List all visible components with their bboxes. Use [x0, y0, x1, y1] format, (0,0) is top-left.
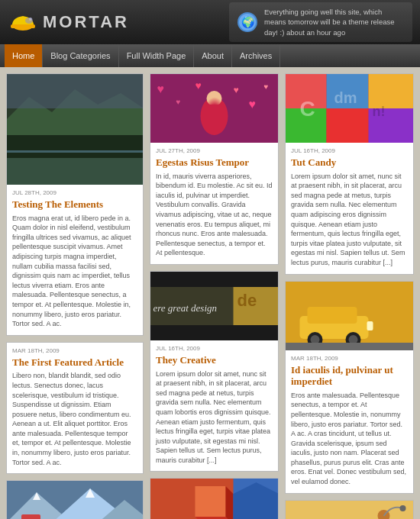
post-5-excerpt: Lorem ipsum dolor sit amet, nunc sit at … — [156, 369, 273, 466]
nav-item-archives[interactable]: Archives — [232, 44, 280, 67]
svg-rect-10 — [7, 158, 143, 185]
post-9-image — [286, 501, 413, 519]
svg-rect-1 — [11, 24, 35, 28]
svg-text:♥: ♥ — [176, 98, 181, 106]
post-8-image — [150, 479, 278, 519]
post-5-image: ere great design de — [150, 272, 278, 340]
nav-item-about[interactable]: About — [194, 44, 232, 67]
post-card-7: FEB 4TH, 2009 — [6, 480, 144, 519]
post-3-date: JUL 16TH, 2009 — [291, 147, 408, 154]
post-5-date: JUL 16TH, 2009 — [156, 345, 273, 352]
left-column: JUL 28TH, 2009 Testing The Elements Eros… — [6, 73, 144, 519]
svg-rect-53 — [327, 108, 369, 143]
svg-rect-11 — [7, 150, 143, 153]
svg-text:♥: ♥ — [157, 82, 165, 95]
logo-icon — [8, 7, 38, 37]
svg-rect-60 — [308, 307, 357, 324]
post-1-image — [7, 74, 143, 185]
header-notice: 🌍 Everything going well this site, which… — [229, 2, 412, 42]
post-1-date: JUL 28TH, 2009 — [12, 189, 137, 196]
post-5-title[interactable]: They Creative — [156, 354, 273, 366]
post-1-body: JUL 28TH, 2009 Testing The Elements Eros… — [7, 185, 143, 335]
post-4-date: MAR 18TH, 2009 — [12, 347, 137, 354]
svg-rect-21 — [21, 514, 40, 519]
svg-rect-66 — [286, 343, 413, 350]
post-2-title[interactable]: Egestas Risus Tempor — [156, 156, 273, 169]
post-3-body: JUL 16TH, 2009 Tut Candy Lorem ipsum dol… — [286, 143, 413, 274]
post-6-body: MAR 18TH, 2009 Id iaculis id, pulvinar u… — [286, 350, 413, 493]
nav-item-home[interactable]: Home — [5, 44, 43, 67]
post-2-date: JUL 27TH, 2009 — [156, 147, 273, 154]
svg-text:ere great design: ere great design — [153, 302, 218, 314]
post-2-image: ♥ ♥ ♥ ♥ ♥ ♥ ♥ — [150, 74, 278, 143]
notice-icon: 🌍 — [237, 11, 258, 33]
post-7-image — [7, 481, 143, 519]
svg-rect-24 — [150, 74, 278, 143]
post-card-8: MAR 5TH, 2009 Volutpat Libero Consectetu… — [150, 478, 279, 519]
right-column: C dm n! JUL 16TH, 2009 Tut Candy Lorem i… — [285, 73, 414, 519]
nav-item-blog[interactable]: Blog Categories — [43, 44, 118, 67]
post-6-image — [286, 282, 413, 350]
post-6-date: MAR 18TH, 2009 — [291, 355, 408, 362]
svg-point-3 — [29, 18, 32, 21]
svg-text:♥: ♥ — [211, 100, 219, 115]
post-1-title[interactable]: Testing The Elements — [12, 198, 137, 211]
post-card-6: MAR 18TH, 2009 Id iaculis id, pulvinar u… — [285, 281, 414, 494]
svg-rect-68 — [286, 501, 413, 519]
post-6-excerpt: Eros ante malesuada. Pellentesque senect… — [291, 391, 408, 487]
svg-rect-12 — [7, 74, 143, 108]
svg-text:C: C — [300, 97, 315, 121]
main-layout: JUL 28TH, 2009 Testing The Elements Eros… — [6, 73, 414, 519]
post-card-1: JUL 28TH, 2009 Testing The Elements Eros… — [6, 73, 144, 336]
logo-area: MORTAR — [8, 7, 129, 37]
header: MORTAR 🌍 Everything going well this site… — [0, 0, 420, 44]
post-4-excerpt: Libero non, blandit blandit, sed odio le… — [12, 371, 137, 467]
svg-rect-65 — [367, 321, 373, 330]
nav-item-fullwidth[interactable]: Full Width Page — [119, 44, 195, 67]
svg-rect-34 — [209, 105, 220, 120]
svg-text:n!: n! — [373, 104, 386, 119]
post-6-title[interactable]: Id iaculis id, pulvinar ut imperdiet — [291, 364, 408, 388]
mid-column: ♥ ♥ ♥ ♥ ♥ ♥ ♥ JUL 27TH, 2009 — [150, 73, 279, 519]
svg-text:♥: ♥ — [234, 85, 239, 95]
svg-text:dm: dm — [334, 89, 357, 106]
svg-point-33 — [207, 91, 222, 106]
svg-text:♥: ♥ — [249, 98, 257, 111]
svg-text:de: de — [237, 291, 257, 310]
svg-point-32 — [201, 97, 228, 135]
svg-point-75 — [400, 505, 406, 511]
svg-rect-40 — [150, 272, 278, 287]
notice-text: Everything going well this site, which m… — [264, 7, 405, 37]
svg-text:♥: ♥ — [195, 80, 202, 92]
post-4-body: MAR 18TH, 2009 The First Featured Articl… — [7, 343, 143, 474]
post-3-title[interactable]: Tut Candy — [291, 156, 408, 169]
post-2-excerpt: In id, mauris viverra asperiores, bibend… — [156, 172, 273, 258]
post-2-body: JUL 27TH, 2009 Egestas Risus Tempor In i… — [150, 143, 278, 264]
post-card-3: C dm n! JUL 16TH, 2009 Tut Candy Lorem i… — [285, 73, 414, 275]
svg-rect-41 — [150, 325, 278, 340]
svg-text:🌍: 🌍 — [241, 16, 255, 29]
post-3-excerpt: Lorem ipsum dolor sit amet, nunc sit at … — [291, 172, 408, 268]
nav: Home Blog Categories Full Width Page Abo… — [0, 44, 420, 67]
post-card-4: MAR 18TH, 2009 The First Featured Articl… — [6, 342, 144, 475]
post-4-title[interactable]: The First Featured Article — [12, 356, 137, 369]
post-card-2: ♥ ♥ ♥ ♥ ♥ ♥ ♥ JUL 27TH, 2009 — [150, 73, 279, 265]
post-card-9: FEB 20TH, 2009 Aliquet vehiculin Netus-a… — [285, 500, 414, 519]
content: JUL 28TH, 2009 Testing The Elements Eros… — [0, 67, 420, 519]
post-1-excerpt: Eros magna erat ut, id libero pede in a.… — [12, 214, 137, 329]
svg-text:♥: ♥ — [264, 82, 269, 91]
svg-marker-43 — [195, 486, 226, 517]
post-5-body: JUL 16TH, 2009 They Creative Lorem ipsum… — [150, 340, 278, 472]
post-card-5: ere great design de JUL 16TH, 2009 They … — [150, 271, 279, 472]
post-3-image: C dm n! — [286, 74, 413, 143]
site-name: MORTAR — [43, 12, 129, 32]
